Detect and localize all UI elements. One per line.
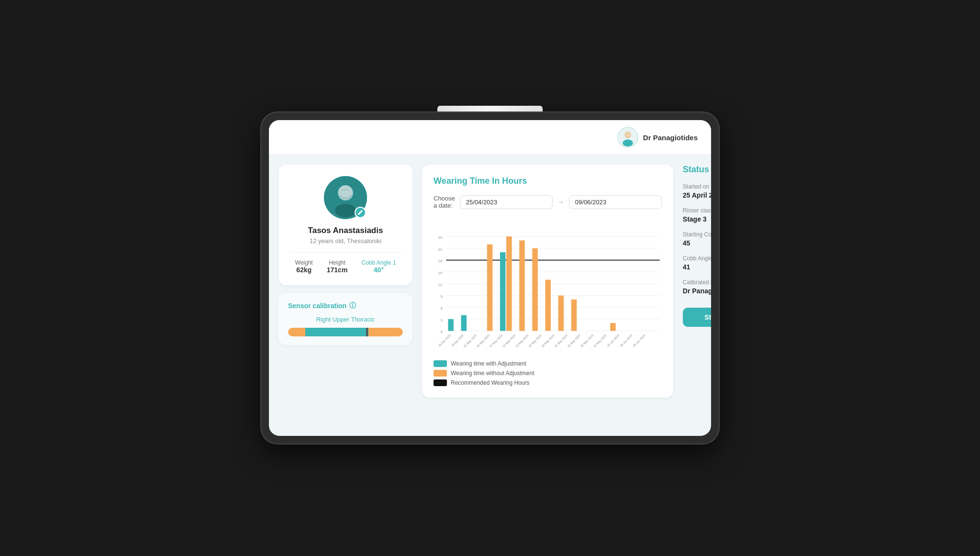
svg-text:01 May 2023: 01 May 2023 <box>463 334 478 348</box>
status-risser: Risser classification Stage 3 <box>683 207 711 223</box>
height-value: 171cm <box>327 266 348 274</box>
legend-with-adj: Wearing time with Adjustment <box>434 360 662 367</box>
starting-cobb-label: Starting Cobb Angle 1 <box>683 231 711 238</box>
date-arrow-icon: → <box>557 198 564 206</box>
bar-without-adj-9 <box>571 300 577 331</box>
sensor-title: Sensor calibration ⓘ <box>288 301 403 310</box>
svg-text:06 Jun 2023: 06 Jun 2023 <box>619 334 633 347</box>
patient-card: Tasos Anastasiadis 12 years old, Thessal… <box>278 165 412 285</box>
starting-cobb-value: 45 <box>683 239 690 247</box>
svg-text:10 May 2023: 10 May 2023 <box>501 334 516 348</box>
svg-point-3 <box>625 132 630 137</box>
status-calibrated: Calibrated by: Dr Panagiotides <box>683 279 711 295</box>
svg-point-6 <box>335 204 356 217</box>
status-title: Status <box>683 165 711 175</box>
risser-label: Risser classification <box>683 207 711 214</box>
svg-text:3: 3 <box>441 318 443 322</box>
center-panel: Wearing Time In Hours Choose a date: → 0… <box>412 165 683 398</box>
bar-without-adj-8 <box>558 296 564 331</box>
started-on-value: 25 April 2023 <box>683 191 711 199</box>
patient-stats: Weight 62kg Height 171cm Cobb Angle 1 40… <box>288 252 403 274</box>
cobb-label: Cobb Angle 1 <box>361 259 396 266</box>
chart-card: Wearing Time In Hours Choose a date: → 0… <box>422 165 673 398</box>
svg-text:22 May 2023: 22 May 2023 <box>554 334 568 348</box>
stat-height: Height 171cm <box>327 259 348 274</box>
status-started-on: Started on 25 April 2023 <box>683 183 711 200</box>
bar-with-adj-0 <box>448 319 454 331</box>
svg-text:28 Apr 2023: 28 Apr 2023 <box>451 334 465 347</box>
cobb-value: 40° <box>361 266 396 274</box>
sensor-card: Sensor calibration ⓘ Right Upper Thoraci… <box>278 293 412 345</box>
date-to-input[interactable] <box>569 195 662 209</box>
date-picker-row: Choose a date: → <box>434 195 662 209</box>
svg-text:09 Jun 2023: 09 Jun 2023 <box>632 334 646 347</box>
cobb-brace-label: Cobb Angle 1 with brace <box>683 255 711 262</box>
status-cobb-brace: Cobb Angle 1 with brace 41 <box>683 255 711 271</box>
legend-recommended: Recommended Wearing Hours <box>434 379 662 386</box>
legend-without-adj: Wearing time without Adjustment <box>434 370 662 377</box>
height-label: Height <box>327 259 348 266</box>
status-starting-cobb: Starting Cobb Angle 1 45 <box>683 231 711 247</box>
svg-text:0: 0 <box>441 330 443 334</box>
cobb-brace-value: 41 <box>683 263 690 271</box>
main-content: Tasos Anastasiadis 12 years old, Thessal… <box>269 155 711 407</box>
date-from-input[interactable] <box>460 195 553 209</box>
svg-text:12: 12 <box>438 283 442 287</box>
svg-text:19 May 2023: 19 May 2023 <box>541 334 556 348</box>
weight-label: Weight <box>295 259 313 266</box>
patient-sub: 12 years old, Thessaloniki <box>288 237 403 245</box>
svg-text:9: 9 <box>441 294 443 299</box>
svg-text:15: 15 <box>438 271 442 275</box>
svg-text:18: 18 <box>438 259 442 263</box>
calibration-bar[interactable] <box>288 328 403 336</box>
bar-with-adj-1 <box>461 315 467 331</box>
bar-without-adj-12 <box>610 323 616 331</box>
svg-text:6: 6 <box>441 306 443 311</box>
stat-weight: Weight 62kg <box>295 259 313 274</box>
svg-text:25 May 2023: 25 May 2023 <box>567 334 581 348</box>
doctor-avatar <box>617 127 638 148</box>
right-panel: Status Started on 25 April 2023 Risser c… <box>683 165 711 398</box>
svg-text:24: 24 <box>438 235 442 240</box>
svg-point-7 <box>339 186 352 199</box>
svg-point-2 <box>623 140 633 147</box>
date-label: Choose a date: <box>434 195 455 209</box>
legend-label-recommended: Recommended Wearing Hours <box>451 379 530 386</box>
left-panel: Tasos Anastasiadis 12 years old, Thessal… <box>278 165 412 398</box>
bar-with-adj-4 <box>500 252 506 331</box>
legend-color-with-adj <box>434 360 447 367</box>
bar-orange-left <box>288 328 305 336</box>
bar-orange-right <box>368 328 403 336</box>
help-icon[interactable]: ⓘ <box>349 301 356 310</box>
svg-text:25 Apr 2023: 25 Apr 2023 <box>437 334 451 347</box>
patient-avatar-wrapper <box>324 176 367 219</box>
bar-teal <box>305 328 368 336</box>
stat-cobb: Cobb Angle 1 40° <box>361 259 396 274</box>
calibrated-value: Dr Panagiotides <box>683 287 711 295</box>
patient-name: Tasos Anastasiadis <box>288 226 403 235</box>
legend-label-without-adj: Wearing time without Adjustment <box>451 370 535 377</box>
weight-value: 62kg <box>295 266 313 274</box>
started-on-label: Started on <box>683 183 711 190</box>
bar-without-adj-5 <box>519 240 525 331</box>
top-bar: Dr Panagiotides <box>269 120 711 155</box>
chart-legend: Wearing time with Adjustment Wearing tim… <box>434 360 662 386</box>
chart-area: 0 3 6 9 12 15 18 21 24 <box>434 219 662 353</box>
risser-value: Stage 3 <box>683 215 707 223</box>
calibrated-label: Calibrated by: <box>683 279 711 286</box>
svg-text:07 May 2023: 07 May 2023 <box>489 334 503 348</box>
legend-color-recommended <box>434 379 447 386</box>
svg-text:28 May 2023: 28 May 2023 <box>579 334 594 348</box>
legend-color-without-adj <box>434 370 447 377</box>
svg-text:16 May 2023: 16 May 2023 <box>528 334 543 348</box>
doctor-name: Dr Panagiotides <box>643 133 698 142</box>
edit-avatar-button[interactable] <box>355 207 366 218</box>
svg-text:03 Jun 2023: 03 Jun 2023 <box>606 334 620 347</box>
bar-without-adj-6 <box>532 248 538 331</box>
bar-chart: 0 3 6 9 12 15 18 21 24 <box>434 219 662 353</box>
start-calibration-button[interactable]: Start Calibration <box>683 308 711 327</box>
bar-without-adj-3 <box>487 245 493 331</box>
sensor-subtitle: Right Upper Thoracic <box>288 316 403 323</box>
svg-text:04 May 2023: 04 May 2023 <box>476 334 490 348</box>
bar-marker[interactable] <box>366 328 368 336</box>
